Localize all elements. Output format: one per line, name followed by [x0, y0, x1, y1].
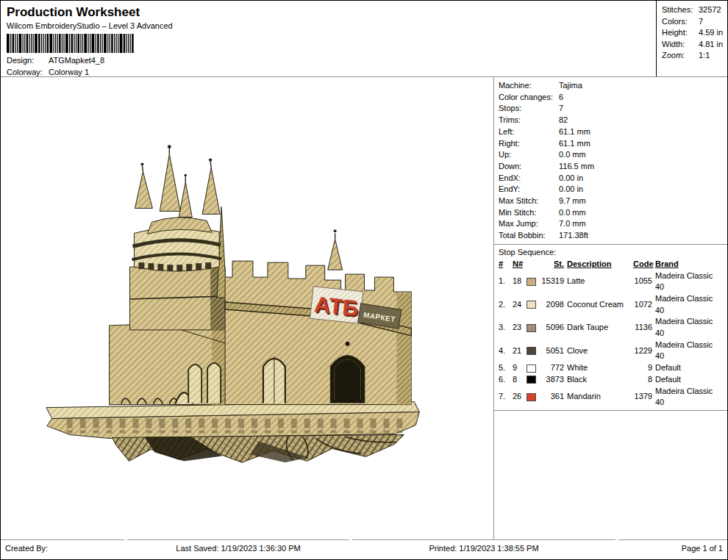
info-color-changes: Color changes:6 — [499, 92, 723, 104]
design-canvas: АТБ АТБ МАРКЕТ — [1, 77, 493, 539]
thread-swatch — [527, 393, 536, 401]
stop-sequence-header: # N# St. Description Code Brand — [499, 259, 723, 270]
stat-zoom: Zoom:1:1 — [662, 50, 727, 62]
machine-info-list: Machine:Tajima Color changes:6 Stops:7 T… — [494, 77, 727, 244]
table-row: 2.24 2098Coconut Cream 1072Madeira Class… — [499, 293, 723, 316]
app-subtitle: Wilcom EmbroideryStudio – Level 3 Advanc… — [7, 21, 650, 30]
thread-swatch — [527, 301, 536, 309]
last-saved-text: Last Saved: 1/19/2023 1:36:30 PM — [127, 539, 349, 559]
barcode-icon — [7, 34, 139, 53]
info-up: Up:0.0 mm — [499, 149, 723, 161]
info-max-stitch: Max Stitch:9.7 mm — [499, 195, 723, 207]
table-row: 5.9 772White 9Default — [499, 362, 723, 374]
info-trims: Trims:82 — [499, 115, 723, 126]
table-row: 7.26 361Mandarin 1379Madeira Classic 40 — [499, 386, 723, 409]
thread-swatch — [527, 347, 536, 355]
production-worksheet-page: Production Worksheet Wilcom EmbroiderySt… — [0, 0, 728, 560]
castle-spires — [135, 145, 220, 217]
stop-sequence-table: # N# St. Description Code Brand 1.18 153… — [494, 258, 727, 410]
thread-swatch — [527, 365, 536, 373]
thread-swatch — [527, 376, 536, 384]
stat-stitches: Stitches:32572 — [662, 4, 727, 16]
panel-empty-space — [494, 411, 727, 539]
stop-sequence-title: Stop Sequence: — [494, 245, 727, 258]
info-total-bobbin: Total Bobbin:171.38ft — [499, 230, 723, 242]
printed-text: Printed: 1/19/2023 1:38:55 PM — [352, 539, 615, 559]
info-right: Right:61.1 mm — [499, 138, 723, 150]
body: АТБ АТБ МАРКЕТ Machine:Tajima Color chan… — [1, 77, 727, 539]
thread-swatch — [527, 278, 536, 286]
info-min-stitch: Min Stitch:0.0 mm — [499, 207, 723, 219]
design-label: Design: — [7, 56, 49, 65]
castle-lower-wall — [110, 320, 226, 405]
info-endy: EndY:0.00 in — [499, 184, 723, 195]
castle-platform — [46, 402, 419, 439]
design-value: ATGMapket4_8 — [49, 56, 104, 65]
machine-info-panel: Machine:Tajima Color changes:6 Stops:7 T… — [493, 77, 727, 539]
stat-colors: Colors:7 — [662, 16, 727, 28]
summary-stats-box: Stitches:32572 Colors:7 Height:4.59 in W… — [656, 1, 727, 76]
info-machine: Machine:Tajima — [499, 80, 723, 92]
table-row: 1.18 15319Latte 1055Madeira Classic 40 — [499, 270, 723, 293]
footer: Created By: Last Saved: 1/19/2023 1:36:3… — [1, 539, 727, 559]
info-down: Down:116.5 mm — [499, 161, 723, 173]
stat-width: Width:4.81 in — [662, 39, 727, 51]
page-title: Production Worksheet — [7, 5, 650, 19]
colorway-row: Colorway: Colorway 1 — [7, 68, 650, 76]
design-row: Design: ATGMapket4_8 — [7, 56, 650, 65]
table-row: 6.8 3873Black 8Default — [499, 374, 723, 386]
info-left: Left:61.1 mm — [499, 126, 723, 138]
stat-height: Height:4.59 in — [662, 27, 727, 39]
colorway-label: Colorway: — [7, 68, 49, 76]
colorway-value: Colorway 1 — [49, 68, 89, 76]
thread-swatch — [527, 324, 536, 332]
info-stops: Stops:7 — [499, 103, 723, 115]
atb-sign: АТБ АТБ — [310, 287, 363, 324]
table-row: 3.23 5096Dark Taupe 1136Madeira Classic … — [499, 316, 723, 339]
info-max-jump: Max Jump:7.0 mm — [499, 218, 723, 230]
info-endx: EndX:0.00 in — [499, 173, 723, 184]
castle-tower — [129, 207, 226, 330]
page-number: Page 1 of 1 — [618, 539, 727, 559]
castle-rock-base — [113, 434, 404, 462]
created-by-label: Created By: — [1, 539, 124, 559]
header-left: Production Worksheet Wilcom EmbroiderySt… — [1, 1, 656, 76]
atb-sign-text: АТБ — [313, 292, 360, 320]
header: Production Worksheet Wilcom EmbroiderySt… — [1, 1, 727, 77]
castle-embroidery-design: АТБ АТБ МАРКЕТ — [1, 77, 493, 539]
table-row: 4.21 5051Clove 1229Madeira Classic 40 — [499, 340, 723, 362]
